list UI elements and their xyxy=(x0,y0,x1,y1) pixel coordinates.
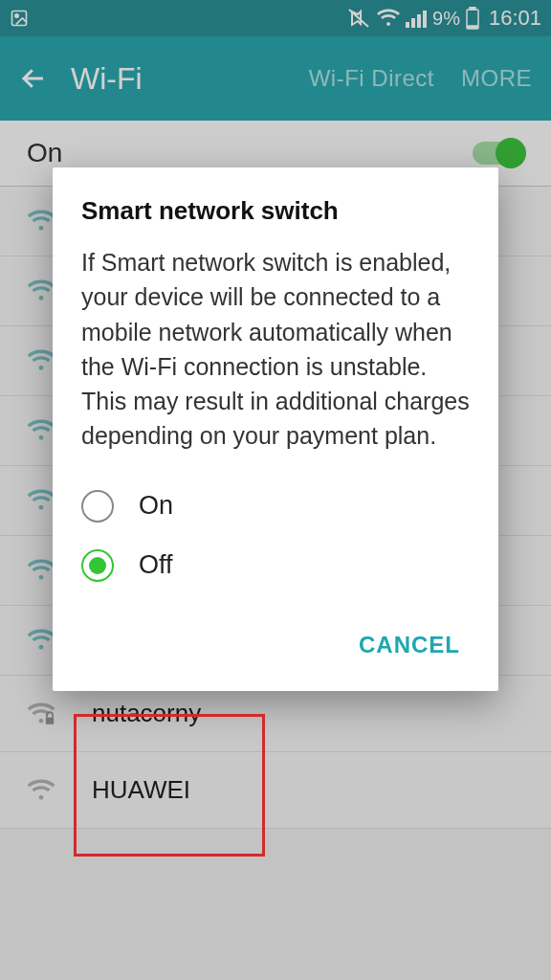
smart-network-switch-dialog: Smart network switch If Smart network sw… xyxy=(53,167,498,691)
annotation-highlight xyxy=(74,714,265,857)
dialog-actions: CANCEL xyxy=(81,614,470,676)
radio-group: On Off xyxy=(81,477,470,595)
radio-label: On xyxy=(139,491,173,521)
dialog-title: Smart network switch xyxy=(81,196,470,226)
radio-icon xyxy=(81,490,114,523)
cancel-button[interactable]: CANCEL xyxy=(353,622,466,668)
radio-checked-icon xyxy=(81,549,114,582)
radio-label: Off xyxy=(139,550,173,580)
dialog-body: If Smart network switch is enabled, your… xyxy=(81,245,470,454)
dialog-wrap: Smart network switch If Smart network sw… xyxy=(0,0,551,980)
radio-option-off[interactable]: Off xyxy=(81,536,470,595)
radio-option-on[interactable]: On xyxy=(81,477,470,536)
